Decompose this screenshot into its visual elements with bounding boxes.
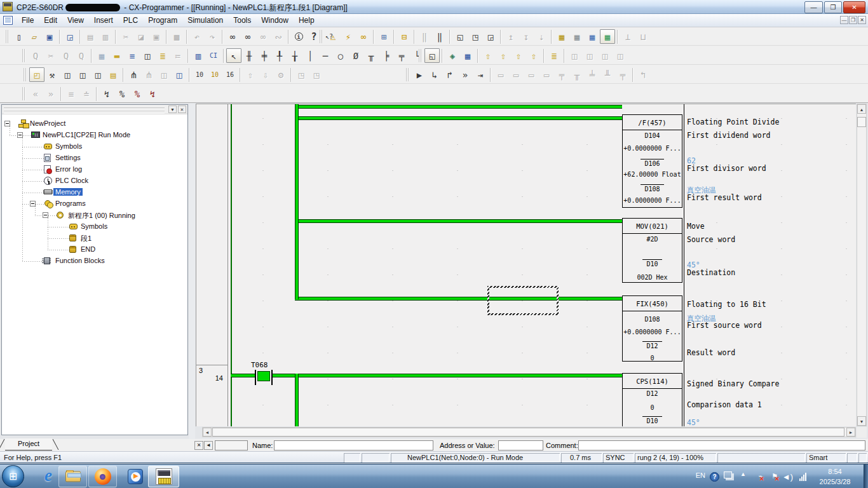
build-options-button[interactable]: ⚒ <box>44 67 60 82</box>
contact-down-button[interactable]: ╁ <box>287 48 302 63</box>
zoom-cut-button[interactable]: ✂ <box>43 48 58 63</box>
out-reset-button[interactable]: ╞ <box>379 48 394 63</box>
go-options-button[interactable]: ⚙ <box>273 67 288 82</box>
zoom-out-button[interactable]: Q <box>58 48 74 63</box>
tree-item-function-blocks[interactable]: Function Blocks <box>2 255 187 267</box>
power-tray-icon[interactable]: ⌁✕ <box>758 472 763 480</box>
menu-plc[interactable]: PLC <box>118 14 143 27</box>
hscroll-thumb[interactable] <box>212 428 844 437</box>
window-prev-button[interactable]: ◳ <box>309 67 324 82</box>
tray-clock[interactable]: 8:542025/3/28 <box>813 466 857 487</box>
vertical-line-button[interactable]: │ <box>302 48 318 63</box>
cross-report-button[interactable]: ⋔ <box>141 67 156 82</box>
menu-tools[interactable]: Tools <box>228 14 256 27</box>
upload-memory-button[interactable]: ⇧ <box>526 48 541 63</box>
taskbar-wmp-button[interactable] <box>121 466 149 487</box>
monitor-win-8-button[interactable]: ╨ <box>600 67 615 82</box>
fieldbar-collapse-button[interactable]: ◄ <box>204 441 213 450</box>
monitor-win-7-button[interactable]: ╧ <box>585 67 600 82</box>
contact-up-button[interactable]: ╀ <box>272 48 287 63</box>
about-button[interactable]: i <box>291 29 306 44</box>
toolbar-grip[interactable] <box>22 87 25 100</box>
compile-program-button[interactable]: ⚠ <box>325 29 341 44</box>
paste-button[interactable]: ▣ <box>149 29 164 44</box>
menu-simulation[interactable]: Simulation <box>182 14 228 27</box>
fieldbar-close-button[interactable]: ✕ <box>194 441 203 450</box>
force-cancel-button[interactable]: ⇣ <box>534 29 549 44</box>
transfer-to-plc-button[interactable]: ◱ <box>452 29 468 44</box>
print-button[interactable]: ▤ <box>83 29 98 44</box>
out-vertical-button[interactable]: ╥ <box>363 48 379 63</box>
help-tray-icon[interactable]: ? <box>710 472 719 482</box>
section-view-button[interactable]: ◱ <box>424 48 440 63</box>
print-preview-button[interactable]: ▥ <box>98 29 113 44</box>
indent-right-button[interactable]: » <box>43 86 58 101</box>
tree-item-newproject[interactable]: NewProject <box>2 118 187 130</box>
name-input[interactable] <box>274 440 433 451</box>
window-d-button[interactable]: ◫ <box>613 48 628 63</box>
window-ci-button[interactable]: CI <box>206 48 221 63</box>
zoom-fit-button[interactable]: Q <box>74 48 89 63</box>
toolbar-grip[interactable] <box>24 68 27 81</box>
io-table-button[interactable]: ⊥ <box>620 29 635 44</box>
show-hidden-icons[interactable]: ▲ <box>740 471 746 477</box>
window-c-button[interactable]: ◫ <box>597 48 613 63</box>
tree-list-button[interactable]: ≔ <box>170 48 186 63</box>
tree-expander[interactable] <box>4 121 10 126</box>
indent-left-button[interactable]: « <box>28 86 43 101</box>
monitor-win-1-button[interactable]: ▭ <box>493 67 508 82</box>
work-online-button[interactable]: ⊞ <box>376 29 391 44</box>
scroll-down-button[interactable]: ▼ <box>857 416 866 426</box>
window-a-button[interactable]: ◫ <box>567 48 582 63</box>
ladder-diagram-view[interactable]: 314 T068/F(457)D104+0.0000000 F...D106+6… <box>196 104 856 426</box>
diff-monitor-2-button[interactable]: % <box>114 86 130 101</box>
redo-button[interactable]: ↷ <box>205 29 220 44</box>
find-next-button[interactable]: ∞ <box>255 29 271 44</box>
open-file-button[interactable]: ▱ <box>27 29 42 44</box>
upload-settings-button[interactable]: ⇧ <box>511 48 526 63</box>
io-edit-button[interactable]: ⊔ <box>635 29 651 44</box>
online-edit-button[interactable]: ⚡ <box>341 29 356 44</box>
window-flip-icon[interactable] <box>724 471 732 478</box>
vertical-scrollbar[interactable]: ▲ ▼ <box>857 104 867 426</box>
compile-preview-button[interactable]: ◲ <box>62 29 78 44</box>
diff-monitor-3-button[interactable]: % <box>130 86 145 101</box>
rung-numbers-button[interactable]: ≡ <box>125 48 140 63</box>
scroll-up-button[interactable]: ▲ <box>857 104 866 114</box>
close-button[interactable]: ✕ <box>843 1 865 13</box>
go-to-output-button[interactable]: ⇩ <box>258 67 273 82</box>
force-on-button[interactable]: ↥ <box>503 29 519 44</box>
toolbar-grip[interactable] <box>22 49 25 62</box>
tree-expander[interactable] <box>43 212 48 218</box>
horizontal-line-button[interactable]: ─ <box>318 48 333 63</box>
panel-dropdown-button[interactable]: ▼ <box>168 105 177 113</box>
rack-unit-button[interactable]: ▦ <box>569 29 585 44</box>
language-indicator[interactable]: EN <box>696 471 705 479</box>
tree-item-programs[interactable]: Programs <box>2 198 187 210</box>
toolbar-grip[interactable] <box>406 68 409 81</box>
return-jump-button[interactable]: ↰ <box>635 67 651 82</box>
mdi-close-button[interactable]: ✕ <box>858 16 866 24</box>
project-tab[interactable]: Project <box>5 438 52 451</box>
go-to-input-button[interactable]: ⇧ <box>243 67 258 82</box>
address-list-button[interactable]: ≣ <box>155 48 170 63</box>
monitor-win-6-button[interactable]: ╥ <box>569 67 585 82</box>
coil-not-button[interactable]: Ø <box>348 48 363 63</box>
menu-window[interactable]: Window <box>256 14 294 27</box>
menu-insert[interactable]: Insert <box>89 14 118 27</box>
taskbar-explorer-button[interactable] <box>58 466 87 487</box>
find-window-button[interactable]: ◫ <box>75 67 90 82</box>
diagram-window-icon[interactable] <box>3 16 13 25</box>
monitor-decimal-button[interactable]: 10 <box>192 67 207 82</box>
sim-step-out-button[interactable]: ↱ <box>442 67 458 82</box>
cut-button[interactable]: ✂ <box>118 29 133 44</box>
mdi-restore-button[interactable]: ❐ <box>849 16 857 24</box>
menu-file[interactable]: File <box>17 14 39 27</box>
tree-item-symbols[interactable]: Symbols <box>2 221 187 233</box>
taskbar-cxprogrammer-button[interactable] <box>148 466 179 487</box>
save-button[interactable]: ▣ <box>42 29 57 44</box>
tree-item--1[interactable]: 段1 <box>2 233 187 244</box>
comment-input[interactable] <box>578 440 865 451</box>
layers-button[interactable]: ◈ <box>445 48 460 63</box>
monitor-decimal-signed-button[interactable]: 10 <box>207 67 222 82</box>
